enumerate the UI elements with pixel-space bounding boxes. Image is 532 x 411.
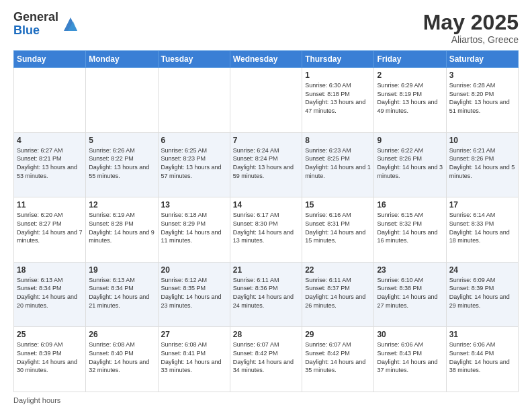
- day-number: 23: [377, 265, 443, 275]
- calendar-week-3: 11Sunrise: 6:20 AM Sunset: 8:27 PM Dayli…: [14, 197, 519, 263]
- day-number: 18: [17, 265, 83, 275]
- day-info: Sunrise: 6:28 AM Sunset: 8:20 PM Dayligh…: [449, 81, 515, 115]
- day-info: Sunrise: 6:23 AM Sunset: 8:25 PM Dayligh…: [305, 146, 371, 180]
- day-number: 4: [17, 136, 83, 145]
- calendar-week-4: 18Sunrise: 6:13 AM Sunset: 8:34 PM Dayli…: [14, 262, 519, 327]
- day-info: Sunrise: 6:14 AM Sunset: 8:33 PM Dayligh…: [449, 211, 515, 244]
- calendar-cell: 18Sunrise: 6:13 AM Sunset: 8:34 PM Dayli…: [14, 262, 86, 327]
- calendar-cell: 27Sunrise: 6:08 AM Sunset: 8:41 PM Dayli…: [158, 327, 230, 392]
- day-number: 24: [449, 265, 515, 275]
- calendar-cell: 4Sunrise: 6:27 AM Sunset: 8:21 PM Daylig…: [14, 132, 86, 197]
- logo-blue: Blue: [13, 24, 58, 38]
- day-info: Sunrise: 6:08 AM Sunset: 8:40 PM Dayligh…: [89, 340, 154, 374]
- day-number: 1: [305, 71, 371, 80]
- calendar-cell: 1Sunrise: 6:30 AM Sunset: 8:18 PM Daylig…: [302, 68, 374, 133]
- calendar-cell: 8Sunrise: 6:23 AM Sunset: 8:25 PM Daylig…: [302, 132, 374, 197]
- calendar-cell: 20Sunrise: 6:12 AM Sunset: 8:35 PM Dayli…: [158, 262, 230, 327]
- day-number: 26: [89, 330, 154, 339]
- logo: General Blue: [13, 11, 80, 38]
- day-number: 3: [449, 71, 515, 80]
- calendar-cell: 17Sunrise: 6:14 AM Sunset: 8:33 PM Dayli…: [446, 197, 518, 263]
- calendar-cell: 21Sunrise: 6:11 AM Sunset: 8:36 PM Dayli…: [230, 262, 302, 327]
- col-thursday: Thursday: [302, 51, 374, 68]
- day-info: Sunrise: 6:11 AM Sunset: 8:36 PM Dayligh…: [233, 276, 299, 310]
- day-number: 10: [449, 136, 515, 145]
- day-number: 2: [377, 71, 443, 80]
- day-number: 27: [161, 330, 227, 339]
- day-info: Sunrise: 6:27 AM Sunset: 8:21 PM Dayligh…: [17, 146, 83, 180]
- calendar-cell: 19Sunrise: 6:13 AM Sunset: 8:34 PM Dayli…: [86, 262, 158, 327]
- day-info: Sunrise: 6:12 AM Sunset: 8:35 PM Dayligh…: [161, 276, 227, 310]
- page: General Blue May 2025 Aliartos, Greece S…: [0, 0, 532, 411]
- day-number: 21: [233, 265, 299, 275]
- day-info: Sunrise: 6:25 AM Sunset: 8:23 PM Dayligh…: [161, 146, 227, 180]
- day-number: 29: [305, 330, 371, 339]
- day-info: Sunrise: 6:10 AM Sunset: 8:38 PM Dayligh…: [377, 276, 443, 310]
- calendar-cell: 2Sunrise: 6:29 AM Sunset: 8:19 PM Daylig…: [374, 68, 446, 133]
- month-title: May 2025: [423, 11, 519, 34]
- calendar-week-5: 25Sunrise: 6:09 AM Sunset: 8:39 PM Dayli…: [14, 327, 519, 392]
- day-info: Sunrise: 6:21 AM Sunset: 8:26 PM Dayligh…: [449, 146, 515, 180]
- day-info: Sunrise: 6:30 AM Sunset: 8:18 PM Dayligh…: [305, 81, 371, 115]
- day-number: 13: [161, 200, 227, 210]
- col-wednesday: Wednesday: [230, 51, 302, 68]
- day-info: Sunrise: 6:09 AM Sunset: 8:39 PM Dayligh…: [17, 340, 83, 374]
- day-info: Sunrise: 6:11 AM Sunset: 8:37 PM Dayligh…: [305, 276, 371, 310]
- col-monday: Monday: [86, 51, 158, 68]
- day-number: 7: [233, 136, 299, 145]
- day-number: 25: [17, 330, 83, 339]
- day-info: Sunrise: 6:19 AM Sunset: 8:28 PM Dayligh…: [89, 211, 154, 244]
- day-info: Sunrise: 6:13 AM Sunset: 8:34 PM Dayligh…: [89, 276, 154, 310]
- calendar-week-1: 1Sunrise: 6:30 AM Sunset: 8:18 PM Daylig…: [14, 68, 519, 133]
- day-number: 8: [305, 136, 371, 145]
- logo-general: General: [13, 11, 58, 24]
- calendar-cell: [158, 68, 230, 133]
- calendar-cell: 31Sunrise: 6:06 AM Sunset: 8:44 PM Dayli…: [446, 327, 518, 392]
- calendar-cell: [86, 68, 158, 133]
- day-number: 5: [89, 136, 154, 145]
- day-number: 20: [161, 265, 227, 275]
- calendar-cell: 15Sunrise: 6:16 AM Sunset: 8:31 PM Dayli…: [302, 197, 374, 263]
- day-number: 9: [377, 136, 443, 145]
- calendar-cell: 13Sunrise: 6:18 AM Sunset: 8:29 PM Dayli…: [158, 197, 230, 263]
- col-friday: Friday: [374, 51, 446, 68]
- day-info: Sunrise: 6:24 AM Sunset: 8:24 PM Dayligh…: [233, 146, 299, 180]
- day-info: Sunrise: 6:29 AM Sunset: 8:19 PM Dayligh…: [377, 81, 443, 115]
- day-number: 22: [305, 265, 371, 275]
- footer: Daylight hours: [13, 396, 519, 404]
- location: Aliartos, Greece: [423, 34, 519, 45]
- calendar-cell: 10Sunrise: 6:21 AM Sunset: 8:26 PM Dayli…: [446, 132, 518, 197]
- header: General Blue May 2025 Aliartos, Greece: [13, 11, 519, 45]
- day-info: Sunrise: 6:22 AM Sunset: 8:26 PM Dayligh…: [377, 146, 443, 180]
- day-number: 14: [233, 200, 299, 210]
- calendar-cell: 9Sunrise: 6:22 AM Sunset: 8:26 PM Daylig…: [374, 132, 446, 197]
- calendar-cell: 16Sunrise: 6:15 AM Sunset: 8:32 PM Dayli…: [374, 197, 446, 263]
- day-number: 11: [17, 200, 83, 210]
- day-info: Sunrise: 6:06 AM Sunset: 8:43 PM Dayligh…: [377, 340, 443, 374]
- day-number: 28: [233, 330, 299, 339]
- day-info: Sunrise: 6:26 AM Sunset: 8:22 PM Dayligh…: [89, 146, 154, 180]
- daylight-hours-label: Daylight hours: [13, 396, 60, 404]
- day-info: Sunrise: 6:07 AM Sunset: 8:42 PM Dayligh…: [233, 340, 299, 374]
- col-saturday: Saturday: [446, 51, 518, 68]
- calendar-table: Sunday Monday Tuesday Wednesday Thursday…: [13, 50, 519, 392]
- day-number: 31: [449, 330, 515, 339]
- calendar-cell: 29Sunrise: 6:07 AM Sunset: 8:42 PM Dayli…: [302, 327, 374, 392]
- day-info: Sunrise: 6:20 AM Sunset: 8:27 PM Dayligh…: [17, 211, 83, 244]
- calendar-cell: 3Sunrise: 6:28 AM Sunset: 8:20 PM Daylig…: [446, 68, 518, 133]
- calendar-week-2: 4Sunrise: 6:27 AM Sunset: 8:21 PM Daylig…: [14, 132, 519, 197]
- day-number: 19: [89, 265, 154, 275]
- day-info: Sunrise: 6:13 AM Sunset: 8:34 PM Dayligh…: [17, 276, 83, 310]
- day-number: 17: [449, 200, 515, 210]
- day-info: Sunrise: 6:16 AM Sunset: 8:31 PM Dayligh…: [305, 211, 371, 244]
- day-number: 16: [377, 200, 443, 210]
- day-info: Sunrise: 6:08 AM Sunset: 8:41 PM Dayligh…: [161, 340, 227, 374]
- calendar-cell: [230, 68, 302, 133]
- calendar-cell: 26Sunrise: 6:08 AM Sunset: 8:40 PM Dayli…: [86, 327, 158, 392]
- calendar-header-row: Sunday Monday Tuesday Wednesday Thursday…: [14, 51, 519, 68]
- col-tuesday: Tuesday: [158, 51, 230, 68]
- calendar-cell: [14, 68, 86, 133]
- day-info: Sunrise: 6:09 AM Sunset: 8:39 PM Dayligh…: [449, 276, 515, 310]
- calendar-cell: 7Sunrise: 6:24 AM Sunset: 8:24 PM Daylig…: [230, 132, 302, 197]
- day-number: 12: [89, 200, 154, 210]
